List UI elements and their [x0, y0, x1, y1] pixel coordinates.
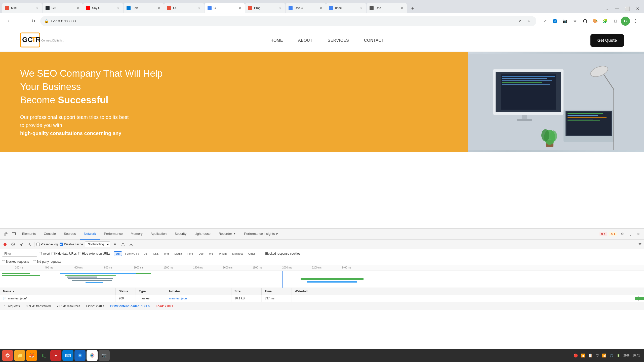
throttle-select[interactable]: No throttling Fast 3G Slow 3G Offline	[85, 241, 110, 247]
th-waterfall[interactable]: Waterfall	[292, 288, 644, 295]
tab-list-button[interactable]: ⌄	[603, 4, 612, 13]
tab-5[interactable]: CC ✕	[164, 3, 204, 13]
taskbar-start[interactable]	[2, 350, 13, 361]
tab-5-close[interactable]: ✕	[197, 6, 201, 10]
tab-1-close[interactable]: ✕	[35, 6, 39, 10]
third-party-checkbox[interactable]: 3rd-party requests	[33, 260, 61, 263]
filter-type-ws[interactable]: WS	[207, 251, 216, 256]
error-badge[interactable]: ⊗ 1	[599, 232, 607, 236]
filter-type-fetch[interactable]: Fetch/XHR	[123, 251, 141, 256]
filter-type-wasm[interactable]: Wasm	[217, 251, 229, 256]
close-window-button[interactable]: ✕	[633, 4, 642, 13]
blocked-requests-checkbox[interactable]: Blocked requests	[2, 260, 29, 263]
tab-1[interactable]: Mini ✕	[2, 3, 42, 13]
preserve-log-input[interactable]	[36, 243, 40, 246]
tab-performance[interactable]: Performance	[100, 229, 127, 240]
taskbar-git[interactable]: ♦	[50, 350, 61, 361]
tab-recorder[interactable]: Recorder	[215, 229, 240, 240]
filter-type-other[interactable]: Other	[246, 251, 258, 256]
clear-button[interactable]	[10, 241, 16, 247]
nav-home[interactable]: HOME	[270, 38, 283, 43]
taskbar-chrome[interactable]	[87, 350, 98, 361]
devtools-responsive-icon[interactable]	[10, 230, 18, 238]
hide-ext-urls-checkbox[interactable]: Hide extension URLs	[78, 252, 110, 255]
filter-type-manifest[interactable]: Manifest	[230, 251, 245, 256]
blocked-requests-input[interactable]	[2, 260, 5, 263]
tab-network[interactable]: Network	[80, 229, 100, 240]
filter-type-img[interactable]: Img	[162, 251, 171, 256]
th-size[interactable]: Size	[231, 288, 262, 295]
disable-cache-input[interactable]	[60, 243, 63, 246]
tab-application[interactable]: Application	[147, 229, 171, 240]
share-browser-icon[interactable]: ↗	[540, 17, 549, 26]
filter-type-all[interactable]: All	[114, 251, 122, 256]
user-avatar[interactable]: G	[621, 17, 630, 26]
th-initiator[interactable]: Initiator	[166, 288, 231, 295]
minimize-button[interactable]: —	[613, 4, 622, 13]
tab-console[interactable]: Console	[40, 229, 60, 240]
tab-2[interactable]: GitH ✕	[43, 3, 83, 13]
devtools-settings-button[interactable]: ⚙	[619, 231, 626, 238]
hide-data-urls-checkbox[interactable]: Hide data URLs	[52, 252, 77, 255]
nav-services[interactable]: SERVICES	[328, 38, 349, 43]
td-initiator[interactable]: manifest.json	[166, 295, 231, 302]
filter-input[interactable]	[2, 251, 37, 257]
th-time[interactable]: Time	[262, 288, 292, 295]
network-settings-icon[interactable]	[638, 242, 642, 247]
download-icon[interactable]	[128, 241, 134, 247]
forward-button[interactable]: →	[16, 16, 26, 26]
tab-4-close[interactable]: ✕	[157, 6, 161, 10]
taskbar-terminal[interactable]: $_	[38, 350, 49, 361]
filter-type-doc[interactable]: Doc	[196, 251, 206, 256]
tab-7-close[interactable]: ✕	[278, 6, 282, 10]
color-icon[interactable]: 🎨	[591, 17, 600, 26]
search-icon-btn[interactable]	[26, 241, 32, 247]
bookmark-icon[interactable]: ☆	[525, 18, 532, 25]
back-button[interactable]: ←	[4, 16, 14, 26]
filter-icon-btn[interactable]	[18, 241, 24, 247]
sidebar-icon[interactable]: ⊡	[611, 17, 620, 26]
devtools-inspect-icon[interactable]	[2, 230, 10, 238]
record-button[interactable]	[2, 241, 8, 247]
tab-9[interactable]: unoc ✕	[326, 3, 366, 13]
th-type[interactable]: Type	[136, 288, 166, 295]
tab-8-close[interactable]: ✕	[319, 6, 323, 10]
tab-10-close[interactable]: ✕	[400, 6, 404, 10]
taskbar-vscode[interactable]: ⌨	[62, 350, 73, 361]
table-row[interactable]: 📄 manifest.json/ 200 manifest manifest.j…	[0, 295, 644, 302]
tab-lighthouse[interactable]: Lighthouse	[190, 229, 215, 240]
disable-cache-checkbox[interactable]: Disable cache	[60, 243, 83, 246]
camera-icon[interactable]: 📷	[560, 17, 570, 26]
tab-9-close[interactable]: ✕	[359, 6, 363, 10]
tab-elements[interactable]: Elements	[18, 229, 40, 240]
tab-active[interactable]: C ✕	[205, 3, 245, 13]
invert-checkbox[interactable]: Invert	[39, 252, 50, 255]
devtools-more-button[interactable]: ⋮	[627, 231, 634, 238]
tab-memory[interactable]: Memory	[127, 229, 147, 240]
maximize-button[interactable]: ⬜	[623, 4, 632, 13]
taskbar-files[interactable]: 📁	[14, 350, 25, 361]
invert-input[interactable]	[39, 252, 42, 255]
tab-7[interactable]: Prog ✕	[245, 3, 285, 13]
tab-10[interactable]: Uno ✕	[367, 3, 407, 13]
tab-4[interactable]: Editi ✕	[124, 3, 164, 13]
taskbar-camera[interactable]: 📷	[99, 350, 110, 361]
nav-contact[interactable]: CONTACT	[364, 38, 384, 43]
tab-2-close[interactable]: ✕	[76, 6, 80, 10]
tab-3[interactable]: Say C ✕	[83, 3, 123, 13]
nav-about[interactable]: ABOUT	[298, 38, 313, 43]
github-icon[interactable]	[581, 17, 590, 26]
hide-data-urls-input[interactable]	[52, 252, 55, 255]
filter-type-css[interactable]: CSS	[151, 251, 161, 256]
address-bar[interactable]: 🔒 127.0.0.1:8000 ↗ ☆	[40, 16, 536, 26]
blocked-response-cookies-checkbox[interactable]: Blocked response cookies	[261, 252, 300, 255]
extensions-icon[interactable]: 🧩	[601, 17, 610, 26]
filter-type-media[interactable]: Media	[172, 251, 184, 256]
pencil-icon[interactable]: ✏	[571, 17, 580, 26]
preserve-log-checkbox[interactable]: Preserve log	[36, 243, 58, 246]
reload-button[interactable]: ↻	[28, 16, 38, 26]
warn-badge[interactable]: ⚠ 4	[609, 232, 617, 236]
filter-type-js[interactable]: JS	[142, 251, 150, 256]
tab-active-close[interactable]: ✕	[238, 6, 242, 10]
upload-icon[interactable]	[120, 241, 126, 247]
